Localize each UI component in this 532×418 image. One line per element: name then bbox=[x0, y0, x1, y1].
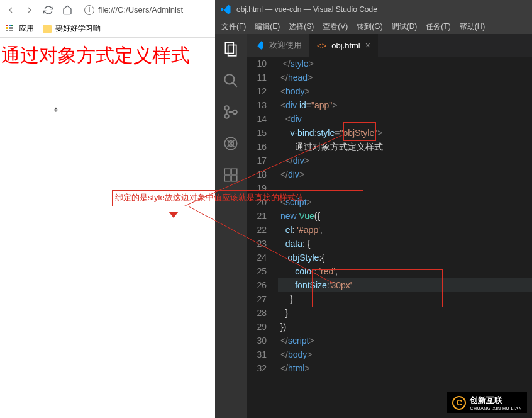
watermark-logo-icon: C bbox=[452, 396, 466, 410]
menu-edit[interactable]: 编辑(E) bbox=[252, 20, 282, 33]
close-icon[interactable]: × bbox=[365, 40, 370, 50]
source-control-icon[interactable] bbox=[222, 103, 240, 121]
menu-tasks[interactable]: 任务(T) bbox=[423, 20, 453, 33]
apps-label: 应用 bbox=[19, 23, 34, 34]
code-editor[interactable]: 1011121314151617181920212223242526272829… bbox=[247, 57, 532, 418]
menu-view[interactable]: 查看(V) bbox=[320, 20, 350, 33]
forward-icon[interactable] bbox=[24, 4, 35, 16]
reload-icon[interactable] bbox=[43, 4, 54, 16]
bookmark-item[interactable]: 要好好学习哟 bbox=[43, 23, 101, 34]
menu-debug[interactable]: 调试(D) bbox=[389, 20, 420, 33]
menu-bar: 文件(F) 编辑(E) 选择(S) 查看(V) 转到(G) 调试(D) 任务(T… bbox=[215, 19, 532, 34]
folder-icon bbox=[43, 25, 52, 33]
annotation-text: 绑定的是style故这边对象中值应该就是直接的样式值 bbox=[112, 190, 363, 206]
svg-rect-11 bbox=[231, 176, 237, 181]
search-icon[interactable] bbox=[222, 72, 240, 89]
debug-icon[interactable] bbox=[222, 135, 240, 152]
watermark: C 创新互联 CHUANG XIN HU LIAN bbox=[447, 392, 527, 413]
menu-goto[interactable]: 转到(G) bbox=[354, 20, 385, 33]
vscode-logo-icon bbox=[220, 4, 231, 15]
apps-icon bbox=[6, 25, 15, 33]
menu-help[interactable]: 帮助(H) bbox=[457, 20, 488, 33]
title-bar: obj.html — vue-cdn — Visual Studio Code bbox=[215, 0, 532, 19]
back-icon[interactable] bbox=[5, 4, 16, 16]
svg-rect-9 bbox=[231, 169, 237, 174]
code-content: </style> </head> <body> <div id="app"> <… bbox=[275, 57, 532, 418]
menu-select[interactable]: 选择(S) bbox=[286, 20, 316, 33]
svg-point-4 bbox=[224, 114, 229, 118]
svg-rect-10 bbox=[224, 176, 230, 181]
apps-button[interactable]: 应用 bbox=[6, 23, 34, 34]
svg-marker-14 bbox=[169, 212, 179, 218]
url-bar[interactable]: i file:///C:/Users/Administ bbox=[84, 5, 183, 15]
watermark-brand: 创新互联 bbox=[470, 395, 522, 406]
vscode-window: obj.html — vue-cdn — Visual Studio Code … bbox=[215, 0, 532, 418]
home-icon[interactable] bbox=[62, 4, 73, 16]
tab-label: obj.html bbox=[331, 41, 360, 50]
extensions-icon[interactable] bbox=[222, 166, 240, 184]
html-file-icon: <> bbox=[317, 41, 326, 50]
activity-bar bbox=[215, 34, 247, 418]
cursor-icon: ⌖ bbox=[53, 104, 58, 115]
svg-point-2 bbox=[224, 74, 234, 84]
url-text: file:///C:/Users/Administ bbox=[98, 5, 183, 14]
svg-point-5 bbox=[233, 110, 237, 115]
svg-point-3 bbox=[224, 106, 229, 110]
tab-label: 欢迎使用 bbox=[269, 40, 302, 51]
tab-welcome[interactable]: 欢迎使用 bbox=[247, 34, 309, 57]
svg-rect-0 bbox=[225, 42, 233, 53]
svg-rect-1 bbox=[228, 45, 236, 56]
explorer-icon[interactable] bbox=[222, 40, 240, 58]
tab-obj-html[interactable]: <> obj.html × bbox=[309, 34, 378, 57]
watermark-sub: CHUANG XIN HU LIAN bbox=[470, 406, 522, 410]
editor-tabs: 欢迎使用 <> obj.html × bbox=[247, 34, 532, 57]
svg-rect-8 bbox=[224, 169, 230, 174]
vscode-tab-icon bbox=[254, 40, 264, 50]
info-icon[interactable]: i bbox=[84, 5, 94, 15]
bookmark-label: 要好好学习哟 bbox=[55, 23, 101, 34]
line-gutter: 1011121314151617181920212223242526272829… bbox=[247, 57, 275, 418]
menu-file[interactable]: 文件(F) bbox=[219, 20, 248, 33]
window-title: obj.html — vue-cdn — Visual Studio Code bbox=[236, 5, 377, 14]
